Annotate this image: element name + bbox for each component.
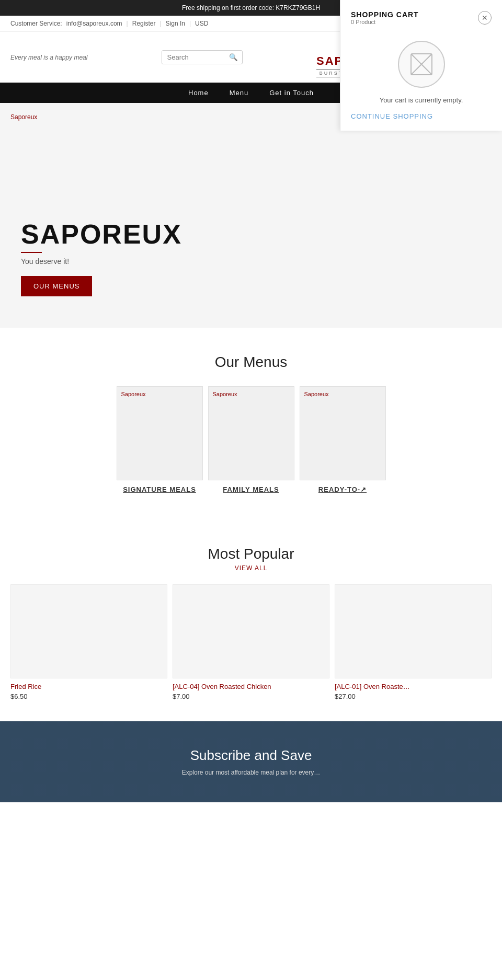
product-card-0: Fried Rice $6.50 (10, 584, 167, 700)
menus-grid: Saporeux SIGNATURE MEALS Saporeux FAMILY… (10, 386, 492, 499)
menu-image-family: Saporeux (208, 386, 294, 480)
hero-title: SAPOREUX (21, 221, 182, 248)
cart-empty-icon (351, 41, 492, 88)
product-name-0[interactable]: Fried Rice (10, 683, 167, 690)
empty-cart-graphic (398, 41, 445, 88)
divider3: | (189, 20, 191, 27)
menu-card-family[interactable]: Saporeux FAMILY MEALS (208, 386, 294, 499)
search-bar: 🔍 (162, 50, 243, 64)
search-input[interactable] (162, 51, 225, 64)
menu-image-ready: Saporeux (300, 386, 386, 480)
nav-contact[interactable]: Get in Touch (269, 89, 314, 97)
product-card-1: [ALC-04] Oven Roasted Chicken $7.00 (173, 584, 329, 700)
popular-header: Most Popular VIEW ALL (10, 546, 492, 572)
menu-label-family: FAMILY MEALS (208, 480, 294, 499)
divider1: | (127, 20, 128, 27)
product-image-2 (335, 584, 492, 678)
nav-home[interactable]: Home (188, 89, 209, 97)
email-link[interactable]: info@saporeux.com (66, 20, 122, 27)
signin-link[interactable]: Sign In (166, 20, 185, 27)
no-image-icon (408, 51, 435, 77)
menu-label-signature: SIGNATURE MEALS (117, 480, 203, 499)
header-tagline: Every meal is a happy meal (10, 54, 87, 61)
subscribe-title: Subscribe and Save (190, 747, 312, 764)
nav-menu[interactable]: Menu (230, 89, 249, 97)
menus-title: Our Menus (10, 354, 492, 371)
popular-section: Most Popular VIEW ALL Fried Rice $6.50 [… (0, 525, 502, 721)
close-cart-button[interactable]: ✕ (478, 11, 492, 25)
product-price-1: $7.00 (173, 693, 329, 700)
our-menus-button[interactable]: OUR MENUS (21, 276, 92, 296)
hero-content: SAPOREUX You deserve it! OUR MENUS (21, 221, 182, 296)
continue-shopping-button[interactable]: CONTINUE SHOPPING (351, 112, 433, 120)
menu-card-ready[interactable]: Saporeux READY-TO-↗ (300, 386, 386, 499)
view-all-link[interactable]: VIEW ALL (10, 564, 492, 572)
divider2: | (159, 20, 161, 27)
cart-empty-text: Your cart is currently empty. (351, 96, 492, 104)
menus-section: Our Menus Saporeux SIGNATURE MEALS Sapor… (0, 328, 502, 525)
breadcrumb[interactable]: Saporeux (10, 113, 37, 121)
product-price-0: $6.50 (10, 693, 167, 700)
subscribe-description: Explore our most affordable meal plan fo… (182, 769, 321, 776)
cart-panel: SHOPPING CART 0 Product ✕ Your cart is c… (340, 0, 502, 131)
hero-subtitle: You deserve it! (21, 257, 182, 266)
menu-card-signature[interactable]: Saporeux SIGNATURE MEALS (117, 386, 203, 499)
menu-label-ready: READY-TO-↗ (300, 480, 386, 499)
product-name-2[interactable]: [ALC-01] Oven Roaste… (335, 683, 492, 690)
cart-panel-title: SHOPPING CART (351, 10, 419, 19)
popular-title: Most Popular (10, 546, 492, 562)
product-image-0 (10, 584, 167, 678)
subscribe-section: Subscribe and Save Explore our most affo… (0, 721, 502, 802)
product-card-2: [ALC-01] Oven Roaste… $27.00 (335, 584, 492, 700)
currency-selector[interactable]: USD (195, 20, 208, 27)
hero-section: Saporeux SAPOREUX You deserve it! OUR ME… (0, 103, 502, 328)
product-name-1[interactable]: [ALC-04] Oven Roasted Chicken (173, 683, 329, 690)
announcement-text: Free shipping on first order code: K7RKZ… (182, 4, 320, 11)
search-button[interactable]: 🔍 (225, 51, 242, 64)
products-grid: Fried Rice $6.50 [ALC-04] Oven Roasted C… (10, 584, 492, 700)
product-price-2: $27.00 (335, 693, 492, 700)
product-image-1 (173, 584, 329, 678)
cart-panel-count: 0 Product (351, 19, 419, 25)
cart-panel-header: SHOPPING CART 0 Product ✕ (351, 10, 492, 25)
cart-title-group: SHOPPING CART 0 Product (351, 10, 419, 25)
service-label: Customer Service: (10, 20, 62, 27)
register-link[interactable]: Register (132, 20, 156, 27)
menu-image-signature: Saporeux (117, 386, 203, 480)
